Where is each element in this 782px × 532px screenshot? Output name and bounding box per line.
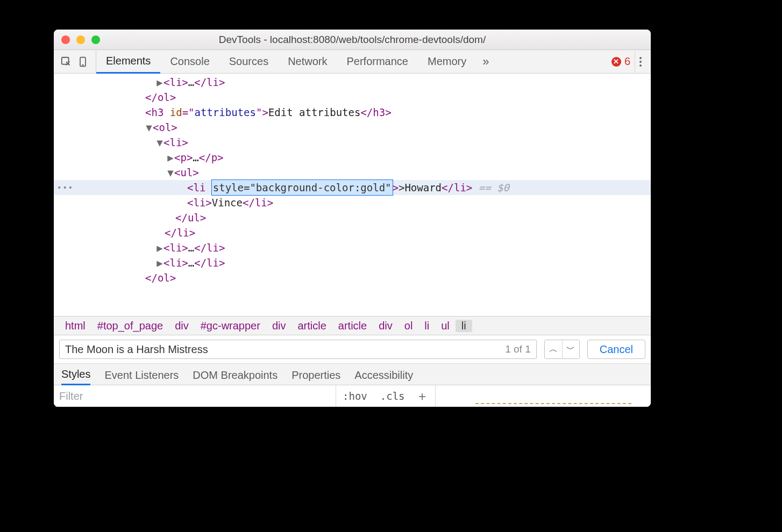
tab-performance[interactable]: Performance (337, 50, 418, 73)
close-window-button[interactable] (61, 35, 70, 44)
styles-subtabs: StylesEvent ListenersDOM BreakpointsProp… (54, 364, 651, 385)
dom-node[interactable]: ▼<ol> (54, 120, 651, 135)
error-count-badge[interactable]: ✕ 6 (607, 55, 635, 68)
dom-node[interactable]: <li>Vince</li> (54, 195, 651, 210)
breadcrumb-item[interactable]: div (266, 320, 292, 332)
search-bar: 1 of 1 ︿ ﹀ Cancel (54, 335, 651, 364)
breadcrumb-item[interactable]: div (169, 320, 195, 332)
dom-node[interactable]: ▶<li>…</li> (54, 240, 651, 255)
dom-node[interactable]: </ul> (54, 210, 651, 225)
device-toolbar-icon[interactable] (77, 56, 88, 68)
inline-style-placeholder (475, 403, 631, 405)
breadcrumb-item[interactable]: ol (399, 320, 419, 332)
breadcrumb-item[interactable]: li (456, 320, 472, 332)
kebab-menu-icon[interactable] (635, 50, 648, 73)
search-input[interactable] (60, 343, 500, 356)
dom-node-selected[interactable]: •••<li style="background-color:gold">>Ho… (54, 180, 651, 195)
subtab-properties[interactable]: Properties (292, 369, 340, 385)
zoom-window-button[interactable] (91, 35, 100, 44)
styles-filter-row: :hov .cls ＋ (54, 385, 651, 407)
dom-node[interactable]: <h3 id="attributes">Edit attributes</h3> (54, 105, 651, 120)
search-next-button[interactable]: ﹀ (562, 340, 579, 358)
tab-memory[interactable]: Memory (418, 50, 476, 73)
dom-node[interactable]: ▶<p>…</p> (54, 150, 651, 165)
dom-node[interactable]: </ol> (54, 270, 651, 285)
hov-toggle[interactable]: :hov (336, 385, 374, 407)
subtab-accessibility[interactable]: Accessibility (354, 369, 413, 385)
devtools-window: DevTools - localhost:8080/web/tools/chro… (54, 30, 651, 407)
styles-filter-input[interactable] (54, 385, 336, 407)
subtab-event-listeners[interactable]: Event Listeners (104, 369, 179, 385)
error-count: 6 (624, 55, 630, 68)
dom-node[interactable]: ▶<li>…</li> (54, 75, 651, 90)
elements-dom-tree[interactable]: ▶<li>…</li></ol><h3 id="attributes">Edit… (54, 74, 651, 316)
minimize-window-button[interactable] (76, 35, 85, 44)
tabs-overflow-button[interactable]: » (476, 55, 495, 69)
dom-breadcrumbs: html#top_of_pagediv#gc-wrapperdivarticle… (54, 316, 651, 335)
attribute-edit-input[interactable]: style="background-color:gold" (212, 180, 393, 195)
search-prev-button[interactable]: ︿ (545, 340, 562, 358)
window-controls (61, 35, 100, 44)
breadcrumb-item[interactable]: li (418, 320, 435, 332)
breadcrumb-item[interactable]: article (332, 320, 373, 332)
expand-indicator-icon: ••• (54, 180, 70, 195)
dom-node[interactable]: </ol> (54, 90, 651, 105)
cls-toggle[interactable]: .cls (374, 385, 411, 407)
subtab-styles[interactable]: Styles (61, 368, 90, 385)
main-toolbar: ElementsConsoleSourcesNetworkPerformance… (54, 50, 651, 74)
subtab-dom-breakpoints[interactable]: DOM Breakpoints (193, 369, 278, 385)
breadcrumb-item[interactable]: #gc-wrapper (195, 320, 266, 332)
error-icon: ✕ (612, 57, 621, 67)
breadcrumb-item[interactable]: html (59, 320, 91, 332)
search-result-count: 1 of 1 (500, 343, 536, 355)
new-style-rule-button[interactable]: ＋ (411, 387, 433, 405)
tab-sources[interactable]: Sources (219, 50, 278, 73)
tab-elements[interactable]: Elements (96, 50, 160, 74)
dom-node[interactable]: ▼<ul> (54, 165, 651, 180)
cancel-button[interactable]: Cancel (587, 340, 645, 359)
tab-console[interactable]: Console (160, 50, 219, 73)
inspect-element-icon[interactable] (60, 56, 72, 68)
breadcrumb-item[interactable]: ul (435, 320, 456, 332)
breadcrumb-item[interactable]: article (292, 320, 332, 332)
dom-node[interactable]: ▶<li>…</li> (54, 255, 651, 270)
dom-node[interactable]: ▼<li> (54, 135, 651, 150)
search-nav-buttons: ︿ ﹀ (544, 340, 580, 359)
search-field-container: 1 of 1 (59, 340, 537, 359)
tab-network[interactable]: Network (278, 50, 337, 73)
titlebar: DevTools - localhost:8080/web/tools/chro… (54, 30, 651, 50)
dom-node[interactable]: </li> (54, 225, 651, 240)
window-title: DevTools - localhost:8080/web/tools/chro… (54, 34, 651, 46)
breadcrumb-item[interactable]: div (373, 320, 399, 332)
breadcrumb-item[interactable]: #top_of_page (91, 320, 169, 332)
